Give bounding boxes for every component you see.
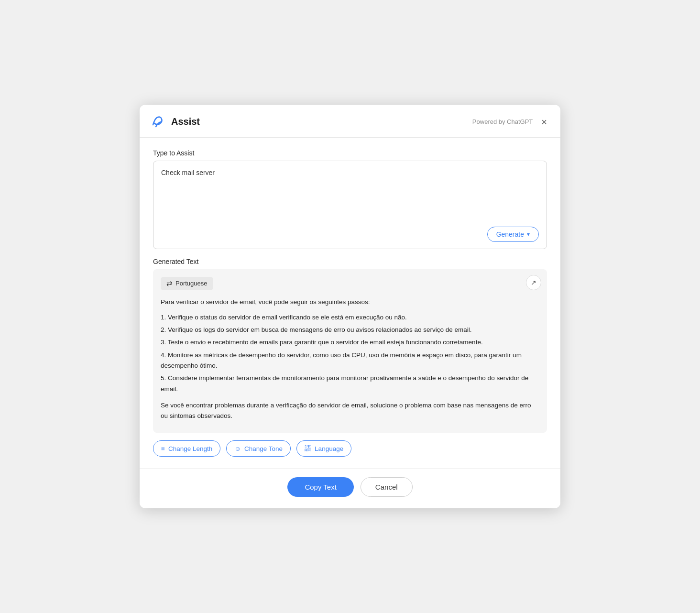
list-item: 4. Monitore as métricas de desempenho do… bbox=[161, 350, 539, 372]
assist-logo-icon bbox=[149, 113, 166, 131]
copy-text-button[interactable]: Copy Text bbox=[287, 477, 353, 497]
input-section: Type to Assist Check mail server Generat… bbox=[153, 149, 547, 249]
generated-section: Generated Text ⇄ Portuguese ↗ Para verif… bbox=[153, 258, 547, 457]
expand-icon: ↗ bbox=[531, 279, 536, 286]
input-section-label: Type to Assist bbox=[153, 149, 547, 157]
generate-button[interactable]: Generate ▾ bbox=[487, 227, 539, 242]
translate-icon: ⇄ bbox=[166, 279, 173, 288]
language-button[interactable]: 語 Language bbox=[296, 440, 351, 457]
list-item: 5. Considere implementar ferramentas de … bbox=[161, 373, 539, 394]
list-item: 3. Teste o envio e recebimento de emails… bbox=[161, 337, 539, 348]
change-tone-icon: ☺ bbox=[234, 445, 241, 452]
content-footer: Se você encontrar problemas durante a ve… bbox=[161, 400, 539, 422]
change-length-button[interactable]: ≡ Change Length bbox=[153, 440, 220, 457]
generated-content: Para verificar o servidor de email, você… bbox=[161, 297, 539, 422]
cancel-label: Cancel bbox=[375, 483, 398, 491]
language-badge-label: Portuguese bbox=[175, 280, 208, 287]
list-item: 1. Verifique o status do servidor de ema… bbox=[161, 312, 539, 323]
header-title: Assist bbox=[171, 116, 200, 127]
language-label: Language bbox=[315, 445, 343, 452]
content-intro: Para verificar o servidor de email, você… bbox=[161, 297, 539, 307]
change-length-icon: ≡ bbox=[161, 445, 165, 452]
change-length-label: Change Length bbox=[168, 445, 212, 452]
language-badge[interactable]: ⇄ Portuguese bbox=[161, 277, 213, 290]
dialog-body: Type to Assist Check mail server Generat… bbox=[140, 138, 560, 467]
change-tone-button[interactable]: ☺ Change Tone bbox=[226, 440, 291, 457]
list-item: 2. Verifique os logs do servidor em busc… bbox=[161, 325, 539, 335]
copy-text-label: Copy Text bbox=[305, 483, 336, 491]
generate-button-label: Generate bbox=[496, 230, 524, 238]
dialog-footer: Copy Text Cancel bbox=[140, 468, 560, 508]
close-button[interactable]: × bbox=[539, 116, 549, 128]
input-box: Check mail server Generate ▾ bbox=[153, 161, 547, 249]
header-right: Powered by ChatGPT × bbox=[472, 116, 549, 128]
input-text[interactable]: Check mail server bbox=[161, 168, 539, 178]
expand-button[interactable]: ↗ bbox=[526, 275, 541, 290]
generated-box: ⇄ Portuguese ↗ Para verificar o servidor… bbox=[153, 269, 547, 433]
language-icon: 語 bbox=[305, 444, 311, 453]
generated-section-label: Generated Text bbox=[153, 258, 547, 265]
input-box-footer: Generate ▾ bbox=[161, 227, 539, 242]
chevron-down-icon: ▾ bbox=[527, 231, 530, 238]
action-buttons: ≡ Change Length ☺ Change Tone 語 Language bbox=[153, 440, 547, 457]
content-list: 1. Verifique o status do servidor de ema… bbox=[161, 312, 539, 394]
dialog-header: Assist Powered by ChatGPT × bbox=[140, 105, 560, 138]
cancel-button[interactable]: Cancel bbox=[361, 477, 413, 497]
header-left: Assist bbox=[149, 113, 200, 131]
powered-by-label: Powered by ChatGPT bbox=[472, 118, 533, 125]
change-tone-label: Change Tone bbox=[244, 445, 283, 452]
assist-dialog: Assist Powered by ChatGPT × Type to Assi… bbox=[140, 105, 560, 509]
